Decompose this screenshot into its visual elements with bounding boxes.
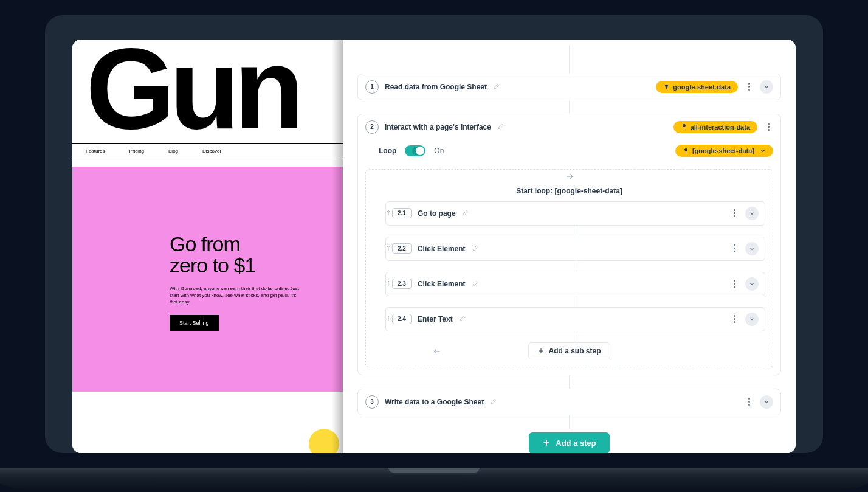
edit-icon[interactable] <box>472 243 478 254</box>
add-step-label: Add a step <box>556 438 596 448</box>
expand-toggle[interactable] <box>745 277 759 291</box>
expand-toggle[interactable] <box>760 395 773 409</box>
more-menu-icon[interactable] <box>729 315 739 323</box>
step-title: Interact with a page's interface <box>385 123 491 131</box>
preview-nav: Features Pricing Blog Discover <box>72 143 343 159</box>
preview-hero: Go from zero to $1 With Gumroad, anyone … <box>72 167 343 392</box>
preview-logo: Gun <box>72 40 343 143</box>
step-card-1: 1 Read data from Google Sheet google-she… <box>357 74 781 100</box>
loop-toggle-state: On <box>434 147 444 155</box>
connector-line <box>357 375 781 389</box>
substep-title: Click Element <box>418 280 466 288</box>
step-number-badge: 1 <box>365 80 379 94</box>
connector-line <box>576 260 576 271</box>
substep-number: 2.1 <box>392 208 412 218</box>
add-step-row: Add a step <box>357 432 781 453</box>
connector-line <box>357 46 781 74</box>
edit-icon[interactable] <box>472 279 478 289</box>
step-number-badge: 3 <box>365 395 379 409</box>
substep-title: Click Element <box>418 244 466 253</box>
add-substep-label: Add a sub step <box>548 347 601 355</box>
hero-heading-line: Go from <box>170 234 343 255</box>
site-preview-pane: Gun Features Pricing Blog Discover Go fr… <box>72 40 343 453</box>
add-substep-row: Add a sub step <box>373 342 765 359</box>
step-number-badge: 2 <box>365 120 379 134</box>
hero-paragraph: With Gumroad, anyone can earn their firs… <box>170 285 303 306</box>
edit-icon[interactable] <box>493 81 500 92</box>
plus-icon <box>542 438 551 447</box>
step-header[interactable]: 3 Write data to a Google Sheet <box>358 389 780 415</box>
plug-icon <box>681 123 687 130</box>
workflow-builder-pane: 1 Read data from Google Sheet google-she… <box>343 40 796 453</box>
nav-item[interactable]: Pricing <box>129 148 144 154</box>
screen: Gun Features Pricing Blog Discover Go fr… <box>72 40 796 453</box>
connector-line <box>357 415 781 429</box>
chevron-down-icon <box>760 148 766 154</box>
loop-label: Loop <box>379 147 396 155</box>
step-title: Read data from Google Sheet <box>385 83 487 91</box>
move-up-icon[interactable] <box>385 314 392 325</box>
plus-icon <box>537 347 545 355</box>
step-header[interactable]: 2 Interact with a page's interface all-i… <box>358 114 780 140</box>
output-pill[interactable]: google-sheet-data <box>656 81 738 93</box>
more-menu-icon[interactable] <box>744 83 754 91</box>
connector-line <box>576 331 576 342</box>
decorative-circle <box>309 429 339 453</box>
hero-heading: Go from zero to $1 <box>170 234 343 277</box>
output-pill[interactable]: all-interaction-data <box>673 121 757 133</box>
more-menu-icon[interactable] <box>763 123 773 131</box>
expand-toggle[interactable] <box>745 313 759 326</box>
edit-icon[interactable] <box>462 208 469 219</box>
loop-toggle-row: Loop On [google-sheet-data] <box>365 140 773 165</box>
loop-toggle[interactable] <box>405 145 425 156</box>
loop-block: Start loop: [google-sheet-data] 2.1 Go t… <box>365 169 773 367</box>
loop-back-arrow-icon <box>433 347 441 358</box>
nav-item[interactable]: Blog <box>168 148 178 154</box>
step-card-2: 2 Interact with a page's interface all-i… <box>357 114 781 375</box>
expand-toggle[interactable] <box>745 207 759 220</box>
hero-heading-line: zero to $1 <box>170 255 343 277</box>
pill-label: google-sheet-data <box>673 83 731 91</box>
nav-item[interactable]: Features <box>86 148 105 154</box>
laptop-bezel: Gun Features Pricing Blog Discover Go fr… <box>45 15 823 453</box>
substep-card[interactable]: 2.1 Go to page <box>385 201 765 226</box>
move-up-icon[interactable] <box>385 243 392 254</box>
edit-icon[interactable] <box>497 122 504 133</box>
laptop-base <box>0 468 868 490</box>
more-menu-icon[interactable] <box>744 398 754 406</box>
more-menu-icon[interactable] <box>729 244 739 252</box>
connector-line <box>576 296 576 307</box>
move-up-icon[interactable] <box>385 208 392 219</box>
more-menu-icon[interactable] <box>729 209 739 217</box>
plug-icon <box>663 83 670 90</box>
expand-toggle[interactable] <box>760 80 773 94</box>
nav-item[interactable]: Discover <box>202 148 221 154</box>
pill-label: all-interaction-data <box>691 123 750 131</box>
step-title: Write data to a Google Sheet <box>385 398 484 406</box>
loop-forward-arrow-icon <box>373 170 765 183</box>
substep-number: 2.4 <box>392 314 412 324</box>
substep-card[interactable]: 2.3 Click Element <box>385 272 765 296</box>
substep-number: 2.2 <box>392 243 412 254</box>
add-step-button[interactable]: Add a step <box>529 432 609 453</box>
loop-source-pill[interactable]: [google-sheet-data] <box>675 145 773 157</box>
edit-icon[interactable] <box>459 314 466 325</box>
loop-start-label: Start loop: [google-sheet-data] <box>373 183 765 201</box>
edit-icon[interactable] <box>490 397 497 407</box>
start-selling-button[interactable]: Start Selling <box>170 315 219 331</box>
plug-icon <box>683 147 689 154</box>
more-menu-icon[interactable] <box>729 280 739 288</box>
step-header[interactable]: 1 Read data from Google Sheet google-she… <box>358 74 780 100</box>
step-card-3: 3 Write data to a Google Sheet <box>357 389 781 415</box>
substep-card[interactable]: 2.4 Enter Text <box>385 307 765 331</box>
substep-number: 2.3 <box>392 279 412 289</box>
pill-label: [google-sheet-data] <box>692 147 754 154</box>
substep-title: Enter Text <box>418 315 453 324</box>
connector-line <box>576 225 576 236</box>
laptop-frame: Gun Features Pricing Blog Discover Go fr… <box>45 15 823 477</box>
substep-card[interactable]: 2.2 Click Element <box>385 237 765 261</box>
expand-toggle[interactable] <box>745 242 759 255</box>
move-up-icon[interactable] <box>385 279 392 289</box>
substep-title: Go to page <box>418 209 456 218</box>
add-substep-button[interactable]: Add a sub step <box>528 342 610 359</box>
